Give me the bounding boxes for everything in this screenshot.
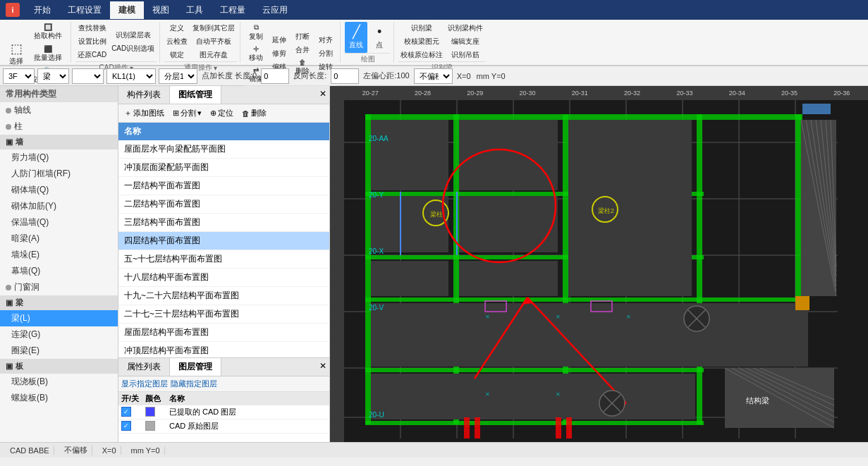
drawing-item-10[interactable]: 屋面层结构平面布置图: [118, 324, 329, 342]
menu-start[interactable]: 开始: [25, 1, 59, 19]
layer-color-1[interactable]: [145, 421, 155, 431]
drawing-item-11[interactable]: 冲顶层结构平面布置图: [118, 342, 329, 357]
status-bar: CAD BABE 不偏移 X=0 mm Y=0: [0, 442, 868, 458]
identify-hanger-btn[interactable]: 识别吊筋: [446, 49, 485, 61]
layer-checkbox-1[interactable]: [121, 421, 131, 431]
hide-layer-btn[interactable]: 隐藏指定图层: [171, 379, 217, 389]
tab-properties[interactable]: 属性列表: [118, 358, 170, 376]
drawing-item-4[interactable]: 三层结构平面布置图: [118, 214, 329, 232]
sidebar-item-shear-wall[interactable]: 剪力墙(Q): [0, 149, 118, 166]
merge-btn[interactable]: 合并: [291, 44, 314, 56]
move-label: 移动: [249, 53, 263, 63]
tab-drawing-management[interactable]: 图纸管理: [170, 86, 221, 104]
menu-view[interactable]: 视图: [144, 1, 178, 19]
layer-checkbox-0[interactable]: [121, 407, 131, 417]
menu-build[interactable]: 建模: [110, 1, 144, 19]
sidebar-item-curtain[interactable]: 幕墙(Q): [0, 263, 118, 279]
name-select[interactable]: KL1(1): [106, 68, 156, 84]
drawing-item-8[interactable]: 十九~二十六层结构平面布置图: [118, 287, 329, 305]
sidebar-item-wall-pier[interactable]: 墙垛(E): [0, 247, 118, 263]
drawing-item-5[interactable]: 四层结构平面布置图: [118, 232, 329, 250]
sidebar-item-masonry[interactable]: 砌体墙(Q): [0, 182, 118, 198]
sidebar-item-wall[interactable]: ▣ 墙: [0, 135, 118, 149]
copy-layer-btn[interactable]: 复制到其它层: [190, 22, 237, 35]
edit-support-btn[interactable]: 编辑支座: [446, 35, 485, 48]
move-btn[interactable]: ✛移动: [245, 44, 267, 64]
sidebar-item-beam[interactable]: 梁(L): [0, 310, 118, 326]
find-replace-btn[interactable]: 查找替换: [75, 22, 109, 35]
batch-btn[interactable]: ⬛ 批量选择: [28, 44, 68, 64]
tab-layers[interactable]: 图层管理: [170, 358, 221, 376]
drawing-item-2[interactable]: 一层结构平面布置图: [118, 177, 329, 195]
define-btn[interactable]: 定义: [164, 22, 190, 35]
ruler-mark-4: 20-31: [572, 90, 588, 97]
sidebar-item-connecting-beam[interactable]: 连梁(G): [0, 326, 118, 343]
point-draw-btn[interactable]: • 点: [368, 22, 391, 53]
locate-btn[interactable]: ⊕ 定位: [207, 106, 236, 120]
check-beam-elem-btn[interactable]: 校核梁图元: [398, 35, 445, 48]
copy-btn[interactable]: ⧉复制: [245, 22, 267, 43]
cad-identify-options-btn[interactable]: CAD识别选项: [109, 42, 157, 55]
drawing-item-9[interactable]: 二十七~三十层结构平面布置图: [118, 305, 329, 324]
delete-drawing-btn[interactable]: 🗑 删除: [239, 106, 269, 120]
sidebar-item-cast-slab[interactable]: 现浇板(B): [0, 374, 118, 390]
restore-cad-btn[interactable]: 还原CAD: [75, 49, 109, 61]
drawing-item-3[interactable]: 二层结构平面布置图: [118, 195, 329, 214]
sidebar-item-ring-beam[interactable]: 圈梁(E): [0, 343, 118, 359]
pick-btn[interactable]: 🔲 拾取构件: [28, 22, 68, 42]
bottom-panel-close-btn[interactable]: ✕: [317, 358, 329, 376]
tab-component-list[interactable]: 构件列表: [118, 86, 170, 104]
panel-close-btn[interactable]: ✕: [317, 86, 329, 104]
floor-select[interactable]: 3F: [3, 68, 35, 84]
menu-settings[interactable]: 工程设置: [59, 1, 110, 19]
sidebar-item-masonry-bar[interactable]: 砌体加筋(Y): [0, 198, 118, 214]
type-select[interactable]: 梁: [37, 68, 69, 84]
break-btn[interactable]: 打断: [291, 30, 314, 43]
identify-beam-comp-btn[interactable]: 识别梁构件: [446, 22, 485, 35]
subtype-select[interactable]: [72, 68, 104, 84]
reverse-length-input[interactable]: [331, 68, 359, 84]
layer-color-0[interactable]: [145, 407, 155, 417]
drawing-item-0[interactable]: 屋面层水平向梁配筋平面图: [118, 140, 329, 159]
sidebar-item-hidden-beam[interactable]: 暗梁(A): [0, 231, 118, 247]
sidebar-item-axis[interactable]: 轴线: [0, 102, 118, 118]
group-name-draw: 绘图: [345, 53, 391, 65]
cad-viewport[interactable]: 20-AA 20-Y 20-X 20-V 20-U 梁柱 梁柱2: [344, 100, 868, 442]
sidebar-item-door-window[interactable]: 门窗洞: [0, 279, 118, 295]
identify-beam-btn[interactable]: 识别梁: [398, 22, 445, 35]
menu-quantity[interactable]: 工程量: [212, 1, 254, 19]
layer-name-0: 已提取的 CAD 图层: [169, 407, 326, 417]
svg-rect-15: [365, 114, 371, 424]
trim-btn[interactable]: 修剪: [268, 47, 291, 60]
align-btn[interactable]: 对齐: [314, 34, 337, 47]
floor-layer-select[interactable]: 分层1: [159, 68, 197, 84]
cad-canvas[interactable]: 20-27 20-28 20-29 20-30 20-31 20-32 20-3…: [330, 86, 868, 442]
line-label: 直线: [349, 40, 363, 50]
menu-cloud[interactable]: 云应用: [254, 1, 296, 19]
drawing-item-6[interactable]: 五~十七层结构平面布置图: [118, 250, 329, 269]
check-origin-label-btn[interactable]: 校核原位标注: [398, 49, 445, 61]
extend-length-input[interactable]: [261, 68, 289, 84]
add-drawing-btn[interactable]: ＋ 添加图纸: [121, 106, 167, 120]
show-layer-btn[interactable]: 显示指定图层: [121, 379, 168, 389]
element-save-btn[interactable]: 图元存盘: [190, 49, 237, 61]
split-btn[interactable]: 分割: [314, 47, 337, 60]
offset-select[interactable]: 不偏移: [414, 68, 453, 84]
menu-tools[interactable]: 工具: [178, 1, 212, 19]
drawing-item-7[interactable]: 十八层结构平面布置图: [118, 269, 329, 287]
auto-align-btn[interactable]: 自动平齐板: [190, 35, 237, 48]
select-btn[interactable]: ⬚ 选择: [5, 39, 27, 70]
lock-btn[interactable]: 锁定: [164, 49, 190, 61]
set-scale-btn[interactable]: 设置比例: [75, 35, 109, 48]
sidebar-item-insulation[interactable]: 保温墙(Q): [0, 214, 118, 231]
line-draw-btn[interactable]: ╱ 直线: [345, 22, 367, 53]
sidebar-item-column[interactable]: 柱: [0, 118, 118, 135]
svg-rect-25: [365, 421, 704, 425]
identify-beam-layer-btn[interactable]: 识别梁层表: [109, 29, 157, 42]
sidebar-item-spiral-slab[interactable]: 螺旋板(B): [0, 390, 118, 406]
extend-btn[interactable]: 延伸: [268, 34, 291, 47]
cloud-check-btn[interactable]: 云检查: [164, 35, 190, 48]
drawing-item-1[interactable]: 冲顶层面梁配筋平面图: [118, 159, 329, 177]
sidebar-item-rf-wall[interactable]: 人防门框墙(RF): [0, 166, 118, 182]
split-btn-panel[interactable]: ⊞ 分割 ▾: [170, 106, 204, 120]
